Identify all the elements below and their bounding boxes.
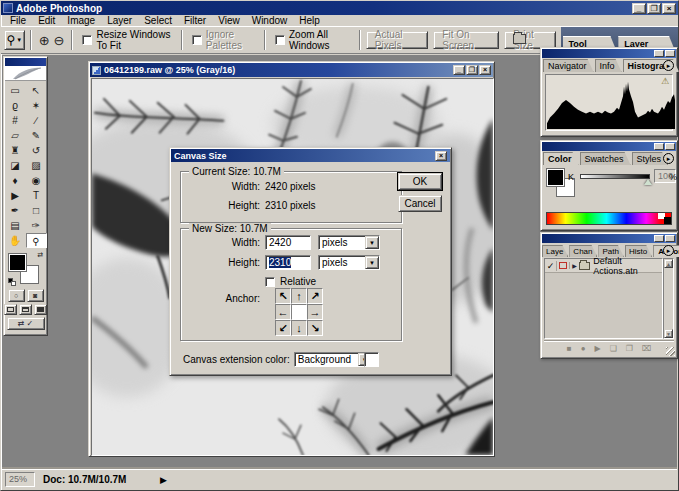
menu-select[interactable]: Select bbox=[138, 15, 178, 26]
tool-crop[interactable]: # bbox=[5, 113, 26, 128]
palette-minimize-button[interactable] bbox=[654, 235, 664, 242]
height-unit-select[interactable]: pixels ▼ bbox=[318, 255, 380, 270]
tab-layers[interactable]: Laye bbox=[542, 245, 568, 257]
scroll-down-icon[interactable]: ▼ bbox=[664, 329, 673, 338]
foreground-color-swatch[interactable] bbox=[9, 254, 26, 271]
menu-image[interactable]: Image bbox=[61, 15, 101, 26]
width-unit-select[interactable]: pixels ▼ bbox=[318, 235, 380, 250]
menu-file[interactable]: File bbox=[4, 15, 32, 26]
menu-layer[interactable]: Layer bbox=[101, 15, 138, 26]
modal-control-icon[interactable] bbox=[557, 262, 570, 269]
doc-restore-button[interactable]: ❐ bbox=[466, 65, 478, 75]
dialog-titlebar[interactable]: Canvas Size × bbox=[171, 149, 450, 162]
doc-minimize-button[interactable]: _ bbox=[453, 65, 465, 75]
k-slider-track[interactable] bbox=[580, 174, 650, 179]
tool-eraser[interactable]: ◪ bbox=[5, 158, 26, 173]
height-unit-dropdown-arrow[interactable]: ▼ bbox=[365, 256, 379, 269]
stop-icon[interactable]: ■ bbox=[567, 344, 572, 353]
current-tool-button[interactable]: ⚲ ▼ bbox=[4, 30, 25, 50]
anchor-top[interactable]: ↑ bbox=[291, 288, 307, 304]
histogram-palette-titlebar[interactable] bbox=[542, 49, 676, 58]
quick-mask-mode-button[interactable]: ◙ bbox=[27, 289, 44, 302]
photoshop-feather-logo[interactable] bbox=[5, 58, 46, 81]
menu-help[interactable]: Help bbox=[293, 15, 326, 26]
action-set-row[interactable]: ✓ ▶ Default Actions.atn bbox=[545, 259, 662, 273]
actions-scrollbar[interactable]: ▲ ▼ bbox=[663, 258, 674, 339]
tool-lasso[interactable]: ϱ bbox=[5, 98, 26, 113]
extension-color-select[interactable]: Background ▼ bbox=[294, 352, 373, 367]
new-height-input[interactable]: 2310 bbox=[265, 255, 311, 270]
palette-close-button[interactable] bbox=[665, 235, 675, 242]
tab-navigator[interactable]: Navigator bbox=[543, 59, 594, 72]
new-set-icon[interactable]: ❏ bbox=[610, 344, 617, 353]
resize-windows-checkbox[interactable] bbox=[82, 35, 92, 45]
document-titlebar[interactable]: 06412199.raw @ 25% (Gray/16) _ ❐ × bbox=[90, 63, 493, 77]
close-button[interactable]: × bbox=[662, 3, 676, 14]
tab-info[interactable]: Info bbox=[595, 59, 622, 72]
tab-color[interactable]: Color bbox=[543, 152, 579, 165]
palette-close-button[interactable] bbox=[665, 143, 675, 150]
tab-swatches[interactable]: Swatches bbox=[580, 152, 631, 165]
actions-palette-titlebar[interactable] bbox=[542, 234, 676, 243]
tool-pen[interactable]: ✒ bbox=[5, 203, 26, 218]
tool-blur[interactable]: ♦ bbox=[5, 173, 26, 188]
width-unit-dropdown-arrow[interactable]: ▼ bbox=[365, 236, 379, 249]
tool-gradient[interactable]: ▨ bbox=[26, 158, 47, 173]
fullscreen-menubar-button[interactable] bbox=[19, 304, 32, 315]
fullscreen-button[interactable] bbox=[34, 304, 47, 315]
anchor-left[interactable]: ← bbox=[275, 304, 291, 320]
anchor-center[interactable] bbox=[291, 304, 307, 320]
k-slider-handle[interactable] bbox=[644, 179, 652, 185]
palette-minimize-button[interactable] bbox=[654, 143, 664, 150]
tool-brush[interactable]: ✎ bbox=[26, 128, 47, 143]
status-menu-arrow-icon[interactable]: ▶ bbox=[160, 475, 167, 485]
tool-healing-brush[interactable]: ▱ bbox=[5, 128, 26, 143]
zoom-level-field[interactable]: 25% bbox=[5, 472, 35, 487]
menu-edit[interactable]: Edit bbox=[32, 15, 61, 26]
tool-clone-stamp[interactable]: ♜ bbox=[5, 143, 26, 158]
tool-type[interactable]: T bbox=[26, 188, 47, 203]
expand-triangle-icon[interactable]: ▶ bbox=[570, 262, 579, 269]
swap-colors-icon[interactable]: ⇄ bbox=[37, 251, 43, 259]
zoom-in-icon[interactable]: ⊕ bbox=[39, 33, 50, 48]
tool-zoom[interactable]: ⚲ bbox=[26, 233, 47, 248]
tool-hand[interactable]: ✋ bbox=[5, 233, 26, 248]
relative-checkbox[interactable] bbox=[265, 277, 275, 287]
tool-shape[interactable]: □ bbox=[26, 203, 47, 218]
tool-move[interactable]: ↖ bbox=[26, 83, 47, 98]
new-action-icon[interactable]: ❐ bbox=[626, 344, 633, 353]
edit-in-imageready-button[interactable]: ⇄ ✓ bbox=[7, 317, 45, 330]
restore-button[interactable]: ❐ bbox=[647, 3, 661, 14]
zoom-all-windows-checkbox[interactable] bbox=[275, 35, 285, 45]
anchor-top-right[interactable]: ↗ bbox=[307, 288, 323, 304]
spectrum-black-swatch[interactable] bbox=[664, 217, 671, 224]
minimize-button[interactable]: _ bbox=[632, 3, 646, 14]
new-width-input[interactable]: 2420 bbox=[265, 235, 311, 250]
doc-close-button[interactable]: × bbox=[479, 65, 491, 75]
color-palette-titlebar[interactable] bbox=[542, 142, 676, 151]
foreground-color-swatch[interactable] bbox=[547, 169, 564, 186]
anchor-bottom-right[interactable]: ↘ bbox=[307, 320, 323, 336]
zoom-all-windows-checkbox-group[interactable]: Zoom All Windows bbox=[275, 29, 350, 51]
action-toggle-check-icon[interactable]: ✓ bbox=[545, 261, 557, 271]
palette-close-button[interactable] bbox=[665, 50, 675, 57]
dialog-close-button[interactable]: × bbox=[435, 151, 447, 161]
tool-eyedropper[interactable]: ✑ bbox=[26, 218, 47, 233]
tool-path-selection[interactable]: ▶ bbox=[5, 188, 26, 203]
palette-menu-button[interactable]: ▸ bbox=[663, 245, 674, 256]
ok-button[interactable]: OK bbox=[398, 173, 442, 190]
palette-minimize-button[interactable] bbox=[654, 50, 664, 57]
standard-mode-button[interactable]: ○ bbox=[8, 289, 25, 302]
palette-menu-button[interactable]: ▸ bbox=[663, 60, 674, 71]
tool-dodge[interactable]: ◉ bbox=[26, 173, 47, 188]
menu-window[interactable]: Window bbox=[246, 15, 294, 26]
file-browser-icon[interactable] bbox=[513, 34, 526, 44]
menu-view[interactable]: View bbox=[212, 15, 246, 26]
palette-menu-button[interactable]: ▸ bbox=[663, 153, 674, 164]
play-icon[interactable]: ▶ bbox=[594, 344, 600, 353]
tool-rectangular-marquee[interactable]: ▭ bbox=[5, 83, 26, 98]
record-icon[interactable]: ● bbox=[581, 344, 586, 353]
resize-grip[interactable] bbox=[666, 347, 675, 356]
standard-screen-button[interactable] bbox=[4, 304, 17, 315]
color-spectrum-ramp[interactable] bbox=[546, 212, 672, 225]
